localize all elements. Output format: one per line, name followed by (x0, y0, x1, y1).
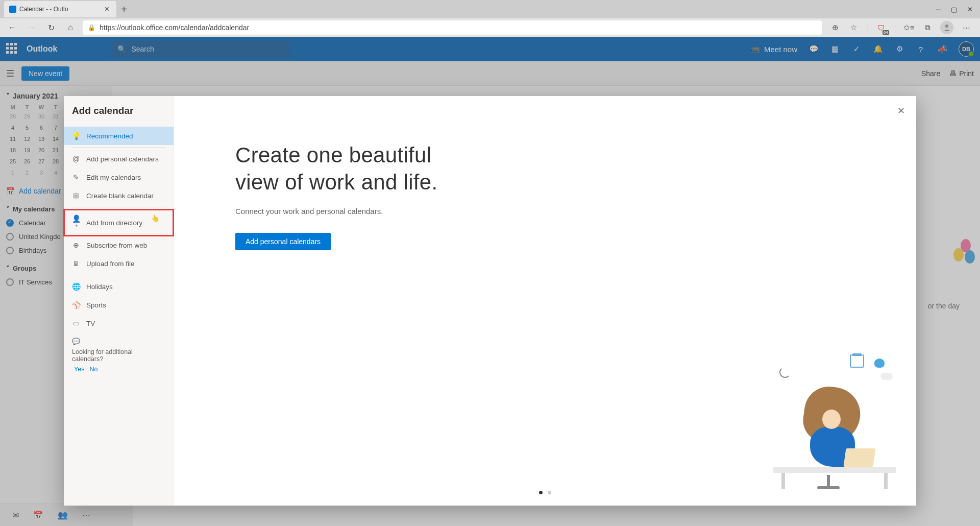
feedback-no-link[interactable]: No (89, 366, 97, 373)
lock-icon: 🔒 (88, 24, 95, 31)
menu-divider (72, 207, 165, 207)
window-controls: ─ ▢ ✕ (936, 6, 980, 13)
address-bar-row: ← → ↻ ⌂ 🔒 https://outlook.office.com/cal… (0, 18, 980, 37)
carousel-dot-1[interactable] (539, 491, 543, 494)
hero-title: Create one beautiful view of work and li… (235, 142, 916, 196)
adblock-extension-icon[interactable]: 🛡 (876, 22, 887, 33)
menu-item-icon: 🗎 (72, 259, 80, 268)
tab-title: Calendar - - Outlo (19, 6, 68, 13)
modal-sidebar: Add calendar 💡Recommended@Add personal c… (64, 96, 174, 506)
browser-chrome: Calendar - - Outlo × + ─ ▢ ✕ ← → ↻ ⌂ 🔒 h… (0, 0, 980, 37)
menu-item-label: Edit my calendars (86, 174, 141, 181)
menu-item-recommended[interactable]: 💡Recommended (64, 127, 174, 145)
menu-item-label: Sports (86, 301, 106, 309)
menu-item-icon: @ (72, 155, 80, 163)
menu-item-icon: 👤⁺ (72, 214, 80, 231)
menu-icon[interactable]: ⋯ (961, 22, 972, 33)
menu-item-sports[interactable]: ⚾Sports (64, 296, 174, 314)
menu-item-icon: ⊕ (72, 241, 80, 249)
menu-item-label: Holidays (86, 283, 113, 291)
favorites-list-icon[interactable]: ✩≡ (903, 22, 915, 33)
cursor-icon: 👆 (151, 214, 159, 222)
tab-close-icon[interactable]: × (103, 5, 111, 14)
menu-divider (72, 275, 165, 275)
menu-item-label: TV (86, 320, 95, 327)
menu-item-icon: ▭ (72, 319, 80, 327)
collections-icon[interactable]: ⧉ (922, 22, 933, 33)
menu-item-add-personal-calendars[interactable]: @Add personal calendars (64, 150, 174, 168)
menu-item-icon: ⚾ (72, 301, 80, 309)
new-tab-button[interactable]: + (116, 4, 132, 15)
modal-content: ✕ Create one beautiful view of work and … (174, 96, 916, 506)
close-window-icon[interactable]: ✕ (967, 6, 973, 13)
menu-item-tv[interactable]: ▭TV (64, 314, 174, 332)
menu-item-label: Subscribe from web (86, 242, 147, 249)
back-button[interactable]: ← (5, 20, 19, 35)
add-calendar-modal: Add calendar 💡Recommended@Add personal c… (64, 96, 916, 506)
browser-tab[interactable]: Calendar - - Outlo × (4, 1, 116, 17)
maximize-icon[interactable]: ▢ (951, 6, 957, 13)
menu-item-create-blank-calendar[interactable]: ⊞Create blank calendar (64, 186, 174, 205)
menu-divider (72, 147, 165, 148)
carousel-dots[interactable] (539, 491, 551, 494)
refresh-button[interactable]: ↻ (44, 20, 58, 35)
calendar-favicon (9, 6, 16, 13)
menu-item-label: Add personal calendars (86, 155, 159, 163)
svg-point-0 (945, 25, 948, 28)
address-bar[interactable]: 🔒 https://outlook.office.com/calendar/ad… (83, 20, 822, 35)
modal-title: Add calendar (64, 105, 174, 127)
menu-item-edit-my-calendars[interactable]: ✎Edit my calendars (64, 168, 174, 186)
url-text: https://outlook.office.com/calendar/addc… (100, 23, 249, 32)
feedback-icon: 💬 (72, 338, 80, 345)
home-button[interactable]: ⌂ (63, 20, 78, 35)
menu-item-icon: 💡 (72, 132, 80, 140)
modal-feedback: 💬 Looking for additional calendars? Yes … (64, 332, 174, 378)
toolbar-right: ⊕ ☆ | 🛡 | ✩≡ ⧉ ⋯ (827, 21, 975, 34)
menu-item-label: Recommended (86, 132, 133, 140)
carousel-dot-2[interactable] (548, 491, 551, 494)
favorite-icon[interactable]: ☆ (848, 22, 860, 33)
hero-illustration (773, 352, 896, 480)
hero-subtitle: Connect your work and personal calendars… (235, 207, 916, 216)
menu-item-label: Upload from file (86, 260, 135, 268)
feedback-yes-link[interactable]: Yes (74, 366, 84, 373)
modal-close-button[interactable]: ✕ (897, 105, 905, 116)
tab-bar: Calendar - - Outlo × + ─ ▢ ✕ (0, 0, 980, 18)
menu-item-holidays[interactable]: 🌐Holidays (64, 277, 174, 296)
menu-item-upload-from-file[interactable]: 🗎Upload from file (64, 254, 174, 273)
menu-item-icon: 🌐 (72, 282, 80, 291)
menu-item-icon: ✎ (72, 173, 80, 181)
add-page-icon[interactable]: ⊕ (830, 22, 841, 33)
add-personal-calendars-button[interactable]: Add personal calendars (235, 233, 331, 250)
menu-item-label: Create blank calendar (86, 192, 154, 200)
menu-item-label: Add from directory (86, 219, 142, 227)
menu-item-add-from-directory[interactable]: 👤⁺Add from directory👆 (64, 209, 174, 236)
profile-icon[interactable] (940, 21, 953, 34)
forward-button[interactable]: → (24, 20, 39, 35)
minimize-icon[interactable]: ─ (936, 6, 941, 13)
menu-item-subscribe-from-web[interactable]: ⊕Subscribe from web (64, 236, 174, 254)
menu-item-icon: ⊞ (72, 192, 80, 200)
